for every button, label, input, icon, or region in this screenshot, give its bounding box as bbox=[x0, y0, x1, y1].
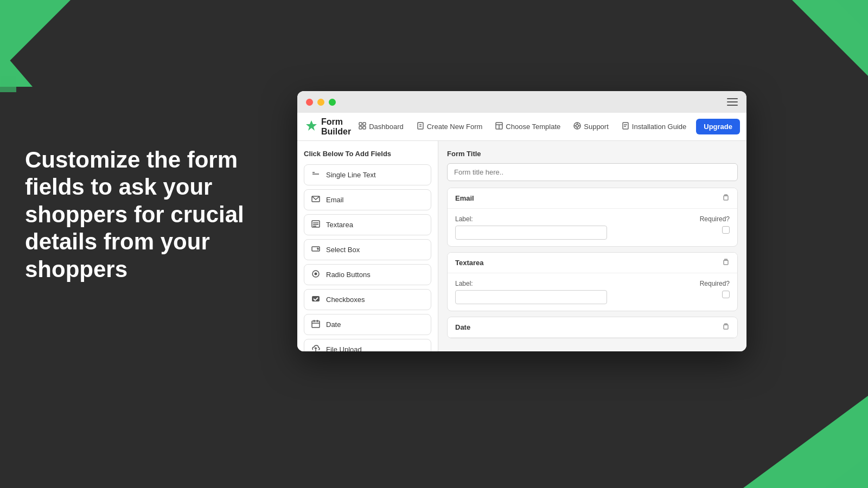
file-upload-icon bbox=[311, 344, 321, 351]
email-required-section: Required? bbox=[700, 215, 730, 234]
textarea-field-label-row: Label: Required? bbox=[455, 280, 730, 304]
textarea-field-label-section: Label: bbox=[455, 280, 700, 304]
form-title-label: Form Title bbox=[447, 150, 738, 158]
hero-text-block: Customize the form fields to ask your sh… bbox=[25, 146, 269, 283]
title-bar bbox=[297, 91, 746, 113]
svg-rect-43 bbox=[724, 196, 728, 200]
field-item-select-box[interactable]: Select Box bbox=[304, 239, 431, 260]
textarea-required-checkbox[interactable] bbox=[722, 291, 730, 298]
field-item-radio-buttons-label: Radio Buttons bbox=[326, 271, 371, 279]
bg-decoration-bottom-right bbox=[727, 363, 868, 488]
svg-point-19 bbox=[576, 125, 579, 127]
svg-rect-10 bbox=[359, 126, 362, 129]
svg-rect-37 bbox=[312, 296, 320, 301]
field-item-select-box-label: Select Box bbox=[326, 246, 360, 254]
textarea-field-card: Textarea Label: Required? bbox=[447, 252, 738, 311]
svg-marker-0 bbox=[0, 0, 71, 70]
textarea-field-delete-button[interactable] bbox=[722, 258, 730, 267]
textarea-field-label-text: Label: bbox=[455, 280, 700, 287]
nav-dashboard-label: Dashboard bbox=[369, 123, 404, 131]
brand: Form Builder bbox=[306, 117, 351, 137]
minimize-button[interactable] bbox=[317, 99, 324, 106]
field-item-file-upload[interactable]: File Upload bbox=[304, 339, 431, 351]
field-item-single-line-text[interactable]: Single Line Text bbox=[304, 164, 431, 185]
textarea-required-text: Required? bbox=[700, 280, 730, 287]
svg-rect-44 bbox=[724, 260, 728, 265]
panel-title: Click Below To Add Fields bbox=[304, 150, 431, 158]
app-window: Form Builder Dashboard Create New Form C… bbox=[297, 91, 746, 351]
hamburger-menu[interactable] bbox=[727, 98, 738, 106]
field-item-radio-buttons[interactable]: Radio Buttons bbox=[304, 264, 431, 285]
email-required-checkbox[interactable] bbox=[722, 226, 730, 234]
email-field-label-text: Label: bbox=[455, 215, 700, 223]
date-field-card: Date bbox=[447, 317, 738, 338]
textarea-icon bbox=[311, 220, 321, 230]
form-editor: Form Title Email Label: bbox=[438, 141, 746, 351]
svg-rect-8 bbox=[359, 123, 362, 125]
email-field-card: Email Label: Required? bbox=[447, 188, 738, 247]
nav-support-label: Support bbox=[584, 123, 609, 131]
bg-decoration-top-left bbox=[0, 0, 87, 92]
svg-rect-9 bbox=[363, 123, 366, 125]
svg-point-36 bbox=[315, 273, 317, 275]
email-field-label-input[interactable] bbox=[455, 226, 607, 240]
field-item-checkboxes[interactable]: Checkboxes bbox=[304, 289, 431, 310]
field-item-textarea-label: Textarea bbox=[326, 221, 353, 229]
textarea-field-card-header: Textarea bbox=[448, 253, 737, 273]
email-icon bbox=[311, 195, 321, 205]
main-content: Click Below To Add Fields Single Line Te… bbox=[297, 141, 746, 351]
close-button[interactable] bbox=[306, 99, 313, 106]
textarea-field-label-input[interactable] bbox=[455, 290, 607, 304]
svg-rect-12 bbox=[418, 123, 423, 129]
nav-dashboard[interactable]: Dashboard bbox=[353, 119, 409, 134]
svg-rect-11 bbox=[363, 126, 366, 129]
support-icon bbox=[573, 122, 581, 131]
date-field-delete-button[interactable] bbox=[722, 323, 730, 332]
field-item-textarea[interactable]: Textarea bbox=[304, 214, 431, 235]
radio-buttons-icon bbox=[311, 269, 321, 280]
field-item-date[interactable]: Date bbox=[304, 314, 431, 335]
date-icon bbox=[311, 319, 321, 330]
nav-create-form[interactable]: Create New Form bbox=[411, 119, 488, 134]
template-icon bbox=[495, 122, 503, 131]
svg-rect-45 bbox=[724, 325, 728, 329]
svg-marker-2 bbox=[0, 76, 16, 92]
nav-choose-template[interactable]: Choose Template bbox=[490, 119, 566, 134]
email-field-card-title: Email bbox=[455, 194, 474, 202]
email-field-card-header: Email bbox=[448, 188, 737, 209]
create-form-icon bbox=[417, 122, 424, 131]
field-item-date-label: Date bbox=[326, 320, 341, 329]
date-field-card-title: Date bbox=[455, 323, 470, 331]
nav-installation-guide[interactable]: Installation Guide bbox=[616, 119, 692, 134]
textarea-field-card-body: Label: Required? bbox=[448, 273, 737, 311]
date-field-card-header: Date bbox=[448, 317, 737, 338]
dashboard-icon bbox=[359, 122, 366, 131]
field-panel: Click Below To Add Fields Single Line Te… bbox=[297, 141, 438, 351]
nav-choose-template-label: Choose Template bbox=[506, 123, 560, 131]
form-title-input[interactable] bbox=[447, 163, 738, 181]
email-field-card-body: Label: Required? bbox=[448, 209, 737, 246]
textarea-required-section: Required? bbox=[700, 280, 730, 298]
checkboxes-icon bbox=[311, 294, 321, 305]
upgrade-button[interactable]: Upgrade bbox=[696, 119, 740, 134]
email-field-label-row: Label: Required? bbox=[455, 215, 730, 240]
svg-rect-38 bbox=[312, 321, 320, 328]
field-item-email-label: Email bbox=[326, 196, 344, 204]
guide-icon bbox=[622, 122, 629, 131]
email-field-delete-button[interactable] bbox=[722, 194, 730, 203]
field-item-single-line-text-label: Single Line Text bbox=[326, 171, 376, 179]
maximize-button[interactable] bbox=[329, 99, 336, 106]
window-controls bbox=[306, 99, 336, 106]
textarea-field-card-title: Textarea bbox=[455, 259, 484, 267]
select-box-icon bbox=[311, 245, 321, 255]
nav-support[interactable]: Support bbox=[568, 119, 614, 134]
hero-heading: Customize the form fields to ask your sh… bbox=[25, 146, 269, 283]
field-item-checkboxes-label: Checkboxes bbox=[326, 296, 365, 304]
brand-icon bbox=[306, 120, 317, 133]
field-item-email[interactable]: Email bbox=[304, 189, 431, 210]
nav-create-form-label: Create New Form bbox=[427, 123, 483, 131]
nav-bar: Form Builder Dashboard Create New Form C… bbox=[297, 113, 746, 141]
email-field-label-section: Label: bbox=[455, 215, 700, 240]
brand-name: Form Builder bbox=[321, 117, 351, 137]
single-line-text-icon bbox=[311, 170, 321, 180]
